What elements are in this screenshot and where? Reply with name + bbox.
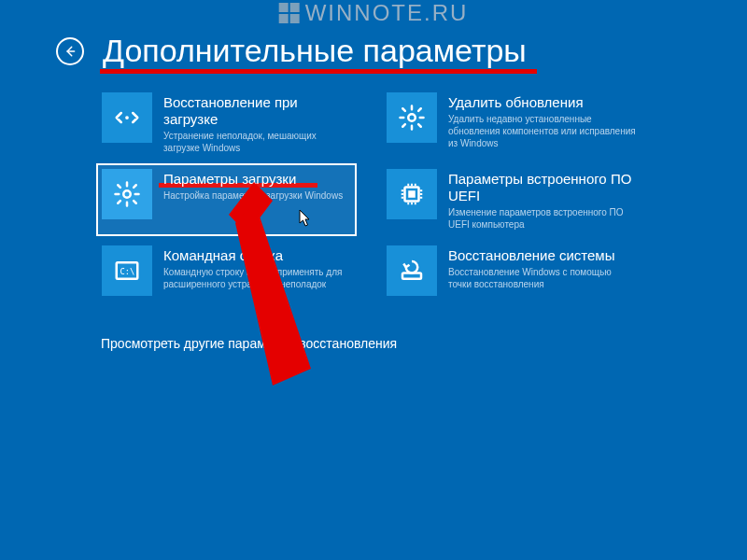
tile-desc: Настройка параметров загрузки Windows <box>163 189 351 202</box>
chip-icon <box>387 169 437 219</box>
gear-icon <box>387 92 437 143</box>
tile-title: Восстановление при загрузке <box>163 94 351 128</box>
tile-desc: Изменение параметров встроенного ПО UEFI… <box>448 206 636 231</box>
tile-desc: Устранение неполадок, мешающих загрузке … <box>163 130 351 154</box>
tile-title: Параметры встроенного ПО UEFI <box>448 171 636 204</box>
tile-desc: Удалить недавно установленные обновления… <box>448 113 636 149</box>
more-recovery-options-link[interactable]: Просмотреть другие параметры восстановле… <box>101 336 397 351</box>
tile-startup-settings[interactable]: Параметры загрузки Настройка параметров … <box>98 165 355 234</box>
svg-text:C:\: C:\ <box>120 267 135 276</box>
tile-command-prompt[interactable]: C:\ Командная строка Командную строку мо… <box>98 242 355 309</box>
tile-startup-repair[interactable]: Восстановление при загрузке Устранение н… <box>98 89 355 158</box>
tile-uefi-firmware[interactable]: Параметры встроенного ПО UEFI Изменение … <box>383 165 640 234</box>
tile-grid: Восстановление при загрузке Устранение н… <box>98 89 640 309</box>
windows-logo-icon <box>279 3 300 23</box>
tile-desc: Командную строку можно применять для рас… <box>163 266 351 290</box>
tile-desc: Восстановление Windows с помощью точки в… <box>448 266 636 290</box>
tile-title: Параметры загрузки <box>163 171 351 188</box>
tile-uninstall-updates[interactable]: Удалить обновления Удалить недавно устан… <box>383 89 640 158</box>
svg-point-1 <box>408 114 416 121</box>
terminal-icon: C:\ <box>102 245 152 296</box>
startup-repair-icon <box>102 92 152 143</box>
arrow-left-icon <box>63 45 77 58</box>
gear-icon <box>102 169 152 219</box>
svg-point-0 <box>125 116 129 119</box>
back-button[interactable] <box>56 37 84 65</box>
tile-title: Удалить обновления <box>448 94 636 111</box>
svg-rect-4 <box>408 190 416 198</box>
tile-title: Командная строка <box>163 247 351 264</box>
tile-title: Восстановление системы <box>448 247 636 264</box>
tile-system-restore[interactable]: Восстановление системы Восстановление Wi… <box>383 242 640 309</box>
svg-point-2 <box>123 190 131 198</box>
header: Дополнительные параметры <box>56 33 527 69</box>
watermark: WINNOTE.RU <box>279 0 469 26</box>
watermark-text: WINNOTE.RU <box>305 0 469 26</box>
restore-icon <box>387 245 437 296</box>
page-title: Дополнительные параметры <box>103 33 527 69</box>
annotation-underline <box>100 69 537 74</box>
